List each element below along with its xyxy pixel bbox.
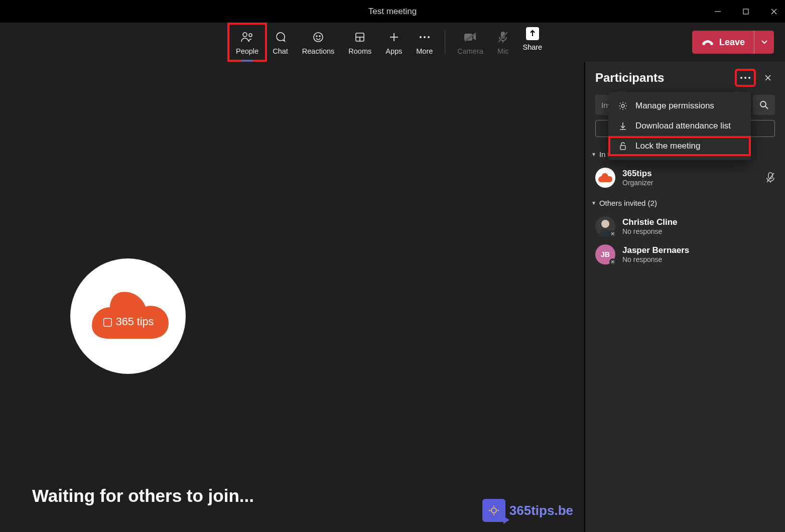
more-icon [419,30,431,44]
section-others-invited[interactable]: ▼ Others invited (2) [591,199,775,207]
gear-icon [617,101,628,110]
menu-download-attendance[interactable]: Download attendance list [608,116,751,136]
svg-line-36 [765,106,768,109]
svg-point-35 [760,101,766,107]
chat-label: Chat [273,47,288,55]
menu-item-label: Download attendance list [635,121,731,131]
status-unknown-icon: ✕ [609,230,616,237]
camera-label: Camera [457,47,483,55]
panel-close-button[interactable] [761,71,775,85]
avatar-text: ▢ 365 tips [102,315,154,328]
participant-row[interactable]: 365tips Organizer [595,164,775,192]
leave-label: Leave [719,37,745,48]
svg-point-16 [428,36,430,38]
leave-button[interactable]: Leave [692,31,754,54]
participant-name: Christie Cline [622,217,678,227]
minimize-button[interactable] [711,5,725,19]
participant-row[interactable]: ✕ Christie Cline No response [595,212,775,240]
participant-avatar: ✕ [595,216,615,236]
participant-initials: JB [601,250,610,258]
mic-toggle[interactable]: Mic [490,24,516,60]
lock-icon [617,142,628,151]
svg-point-15 [424,36,426,38]
people-icon [241,30,254,44]
svg-point-30 [740,77,742,79]
svg-point-25 [491,508,496,513]
menu-item-label: Lock the meeting [635,141,700,151]
svg-point-32 [748,77,750,79]
close-window-button[interactable] [767,5,781,19]
waiting-message: Waiting for others to join... [32,486,254,506]
participant-name: Jasper Bernaers [622,245,689,255]
camera-toggle[interactable]: Camera [450,24,490,60]
rooms-tab[interactable]: Rooms [341,24,378,60]
svg-point-6 [314,33,323,42]
participant-row[interactable]: JB ✕ Jasper Bernaers No response [595,240,775,269]
people-tab[interactable]: People [229,24,266,60]
presenter-avatar: ▢ 365 tips [70,258,186,374]
participant-avatar [595,168,615,188]
share-button[interactable]: Share [515,24,549,54]
window-title: Test meeting [0,7,785,17]
svg-point-42 [621,104,624,107]
share-label: Share [522,43,542,51]
maximize-button[interactable] [739,5,753,19]
rooms-icon [354,30,365,44]
title-bar: Test meeting [0,0,785,23]
meeting-stage: ▢ 365 tips Waiting for others to join...… [0,62,584,532]
participant-status: No response [622,255,689,263]
status-unknown-icon: ✕ [609,258,616,265]
download-icon [617,121,628,130]
svg-point-7 [316,36,317,37]
reactions-label: Reactions [302,47,334,55]
menu-manage-permissions[interactable]: Manage permissions [608,96,751,116]
menu-lock-meeting[interactable]: Lock the meeting [608,136,751,156]
reactions-icon [312,30,324,44]
avatar-cloud-icon: ▢ 365 tips [83,289,173,343]
menu-item-label: Manage permissions [635,101,714,111]
more-label: More [416,47,433,55]
panel-more-button[interactable] [736,70,755,86]
svg-point-41 [601,220,609,228]
mic-muted-icon [766,172,775,183]
meeting-toolbar: People Chat Reactions Rooms Apps [0,23,785,62]
svg-point-31 [744,77,746,79]
more-tab[interactable]: More [409,24,440,60]
watermark: 365tips.be [482,499,573,522]
rooms-label: Rooms [348,47,371,55]
share-icon [526,27,539,40]
toolbar-divider [445,30,445,54]
svg-point-4 [243,33,247,37]
svg-point-5 [249,34,252,37]
participant-avatar: JB ✕ [595,244,615,264]
participants-panel: Participants Share invite ▼ In this meet… [584,62,785,532]
people-label: People [236,47,258,55]
mic-off-icon [497,30,508,44]
caret-down-icon: ▼ [591,152,596,157]
reactions-tab[interactable]: Reactions [295,24,341,60]
section-others-label: Others invited (2) [599,199,657,207]
mic-label: Mic [497,47,509,55]
chat-icon [274,30,286,44]
watermark-icon [482,499,505,522]
svg-rect-45 [620,146,625,150]
apps-icon [388,30,400,44]
chat-tab[interactable]: Chat [266,24,295,60]
participants-more-menu: Manage permissions Download attendance l… [608,92,751,160]
participant-role: Organizer [622,179,653,187]
watermark-text: 365tips.be [509,503,573,518]
leave-dropdown-button[interactable] [754,31,774,54]
apps-label: Apps [385,47,402,55]
participant-status: No response [622,227,678,235]
panel-title: Participants [595,71,664,85]
participant-name: 365tips [622,169,653,179]
invite-search-button[interactable] [753,95,775,115]
svg-rect-1 [743,9,748,14]
camera-off-icon [464,30,477,44]
hangup-icon [701,38,714,47]
apps-tab[interactable]: Apps [378,24,409,60]
leave-button-group: Leave [692,31,774,54]
svg-point-14 [420,36,422,38]
svg-point-8 [319,36,320,37]
caret-down-icon: ▼ [591,200,596,206]
